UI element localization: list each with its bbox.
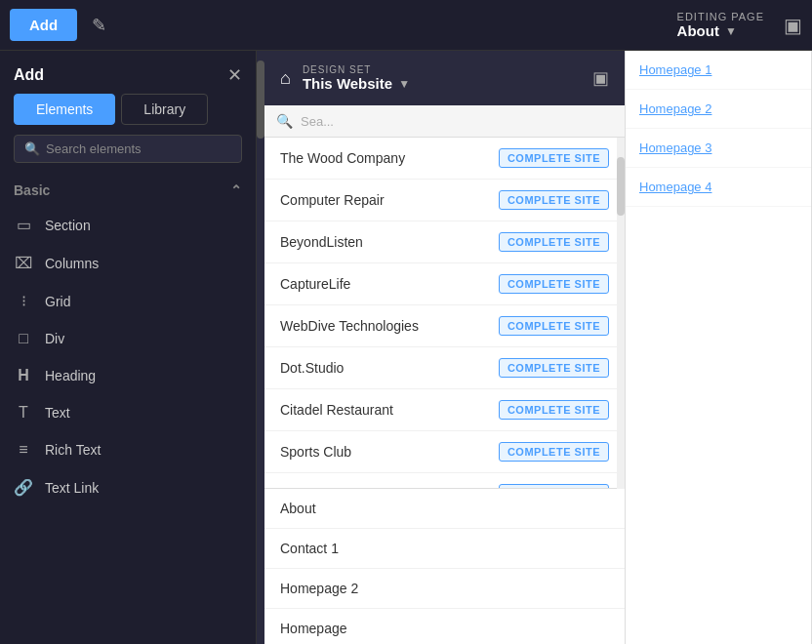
element-rich-text-label: Rich Text [45, 442, 101, 458]
close-icon[interactable]: ✕ [227, 64, 242, 86]
dropdown-item-name: Sports Club [280, 444, 351, 460]
sidebar-tabs: Elements Library [0, 94, 256, 135]
chevron-down-icon: ▼ [725, 24, 737, 38]
page-item[interactable]: About [264, 489, 625, 529]
element-div[interactable]: □ Div [0, 320, 256, 357]
element-text[interactable]: T Text [0, 394, 256, 431]
dropdown-item-name: Dot.Studio [280, 360, 344, 376]
dropdown-item[interactable]: WebDive Technologies COMPLETE SITE [264, 305, 625, 347]
monitor-icon[interactable]: ▣ [784, 14, 802, 37]
element-text-link-label: Text Link [45, 480, 99, 496]
scroll-thumb [257, 60, 264, 139]
rich-text-icon: ≡ [14, 441, 33, 459]
search-icon: 🔍 [24, 141, 40, 156]
design-set-title-area: DESIGN SET This Website ▼ [303, 64, 581, 92]
pages-list: AboutContact 1Homepage 2Homepage [264, 489, 625, 644]
design-set-header: ⌂ DESIGN SET This Website ▼ ▣ [264, 51, 625, 105]
pages-right-panel: Homepage 1Homepage 2Homepage 3Homepage 4 [626, 51, 812, 644]
chevron-up-icon: ⌃ [230, 182, 242, 198]
editing-page-name: About [677, 22, 719, 39]
element-columns-label: Columns [45, 256, 99, 271]
element-div-label: Div [45, 331, 64, 346]
element-heading[interactable]: H Heading [0, 357, 256, 394]
dropdown-scrollbar[interactable] [617, 138, 625, 489]
dropdown-list: The Wood Company COMPLETE SITE Computer … [264, 138, 625, 489]
chevron-down-icon: ▼ [398, 77, 410, 91]
page-item[interactable]: Homepage 2 [264, 569, 625, 609]
dropdown-item-name: The Wood Company [280, 150, 405, 166]
complete-site-button[interactable]: COMPLETE SITE [499, 358, 609, 378]
page-link[interactable]: Homepage 3 [626, 129, 811, 168]
dropdown-item[interactable]: The Wood Company COMPLETE SITE [264, 138, 625, 180]
dropdown-item[interactable]: Sports Club COMPLETE SITE [264, 431, 625, 473]
tab-elements[interactable]: Elements [14, 94, 115, 125]
add-button[interactable]: Add [10, 9, 77, 41]
design-set-panel: ⌂ DESIGN SET This Website ▼ ▣ 🔍 The Wood… [264, 51, 626, 644]
scroll-thumb [617, 157, 625, 216]
design-set-search-input[interactable] [301, 114, 613, 129]
dropdown-item-name: Brandy Template [280, 486, 383, 489]
complete-site-button[interactable]: COMPLETE SITE [499, 400, 609, 420]
search-bar: 🔍 [14, 135, 242, 163]
dropdown-item-name: BeyondListen [280, 234, 363, 250]
search-icon: 🔍 [276, 113, 293, 129]
complete-site-button[interactable]: COMPLETE SITE [499, 274, 609, 294]
element-rich-text[interactable]: ≡ Rich Text [0, 431, 256, 468]
complete-site-button[interactable]: COMPLETE SITE [499, 148, 609, 168]
dropdown-item-name: WebDive Technologies [280, 318, 419, 334]
dropdown-item[interactable]: BeyondListen COMPLETE SITE [264, 221, 625, 263]
dropdown-item[interactable]: CaptureLife COMPLETE SITE [264, 263, 625, 305]
dropdown-item[interactable]: Brandy Template COMPLETE SITE [264, 473, 625, 489]
grid-icon: ⁝ [14, 292, 33, 310]
dropdown-item-name: Citadel Restaurant [280, 402, 393, 418]
element-grid[interactable]: ⁝ Grid [0, 282, 256, 320]
design-set-search: 🔍 [264, 105, 625, 138]
design-set-name: This Website [303, 75, 392, 92]
dropdown-container: The Wood Company COMPLETE SITE Computer … [264, 138, 625, 489]
element-text-label: Text [45, 405, 70, 421]
topbar: Add ✎ EDITING PAGE About ▼ ▣ [0, 0, 812, 51]
element-heading-label: Heading [45, 368, 96, 383]
heading-icon: H [14, 367, 33, 384]
page-item[interactable]: Homepage [264, 609, 625, 644]
left-sidebar: Add ✕ Elements Library 🔍 Basic ⌃ ▭ Secti… [0, 51, 257, 644]
tab-library[interactable]: Library [121, 94, 208, 125]
page-item[interactable]: Contact 1 [264, 529, 625, 569]
complete-site-button[interactable]: COMPLETE SITE [499, 442, 609, 462]
complete-site-button[interactable]: COMPLETE SITE [499, 316, 609, 336]
search-input[interactable] [46, 141, 231, 156]
edit-icon[interactable]: ✎ [87, 10, 111, 41]
dropdown-item[interactable]: Citadel Restaurant COMPLETE SITE [264, 389, 625, 431]
element-section-label: Section [45, 218, 91, 233]
dropdown-item-name: CaptureLife [280, 276, 350, 292]
text-icon: T [14, 404, 33, 422]
page-link[interactable]: Homepage 2 [626, 90, 811, 129]
element-grid-label: Grid [45, 294, 70, 309]
sidebar-header: Add ✕ [0, 51, 256, 94]
page-link[interactable]: Homepage 1 [626, 51, 811, 90]
design-set-label: DESIGN SET [303, 64, 581, 75]
sidebar-scrollbar[interactable] [257, 51, 264, 644]
dropdown-item[interactable]: Dot.Studio COMPLETE SITE [264, 347, 625, 389]
div-icon: □ [14, 330, 33, 347]
page-link[interactable]: Homepage 4 [626, 168, 811, 207]
basic-section-label: Basic ⌃ [0, 175, 256, 206]
section-icon: ▭ [14, 216, 33, 234]
sidebar-title: Add [14, 66, 44, 84]
dropdown-item-name: Computer Repair [280, 192, 385, 208]
element-section[interactable]: ▭ Section [0, 206, 256, 244]
dropdown-item[interactable]: Computer Repair COMPLETE SITE [264, 180, 625, 221]
editing-page-label: EDITING PAGE [677, 11, 764, 22]
text-link-icon: 🔗 [14, 478, 33, 497]
columns-icon: ⌧ [14, 254, 33, 272]
element-columns[interactable]: ⌧ Columns [0, 244, 256, 282]
complete-site-button[interactable]: COMPLETE SITE [499, 484, 609, 489]
complete-site-button[interactable]: COMPLETE SITE [499, 232, 609, 252]
home-icon[interactable]: ⌂ [280, 68, 291, 89]
editing-page-info: EDITING PAGE About ▼ [677, 11, 764, 39]
complete-site-button[interactable]: COMPLETE SITE [499, 190, 609, 210]
element-text-link[interactable]: 🔗 Text Link [0, 468, 256, 506]
monitor-icon[interactable]: ▣ [592, 67, 609, 89]
